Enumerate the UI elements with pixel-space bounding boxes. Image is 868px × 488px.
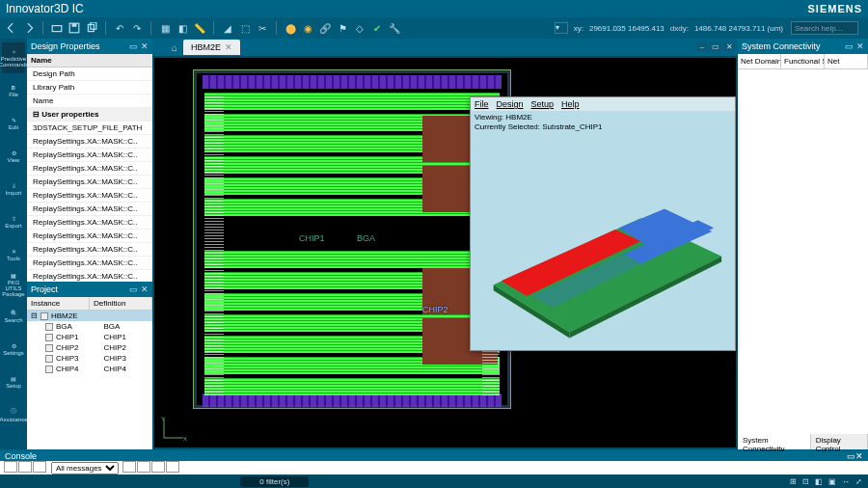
panel-close-icon[interactable]: ✕ <box>856 41 864 51</box>
help-search-input[interactable]: Search help... <box>791 21 858 35</box>
project-panel-header[interactable]: Project ▭✕ <box>27 282 152 297</box>
tool-tools[interactable]: ✕Tools <box>2 239 25 270</box>
3d-scene[interactable] <box>475 128 731 346</box>
design-properties-header[interactable]: Design Properties ▭✕ <box>27 39 152 54</box>
3d-viewer-window[interactable]: File Design Setup Help Viewing: HBM2E Cu… <box>470 96 736 351</box>
highlight-icon[interactable]: ⬤ <box>283 20 298 36</box>
prop-row[interactable]: Design Path <box>27 68 152 81</box>
status-icon-4[interactable]: ▣ <box>828 477 836 486</box>
panel-min-icon[interactable]: ▭ <box>845 41 854 51</box>
undo-icon[interactable]: ↶ <box>112 20 127 36</box>
tool-settings-tool[interactable]: ⚙Settings <box>2 334 25 365</box>
panel-close-icon[interactable]: ✕ <box>141 41 149 51</box>
tab-close-icon[interactable]: ✕ <box>225 42 232 52</box>
layout-canvas[interactable]: CHIP1 BGA CHIP2 CHIP3 YX File Design Set… <box>154 58 736 447</box>
ruler-icon[interactable]: 📏 <box>192 20 207 36</box>
prop-row[interactable]: ReplaySettings.XA::MASK::C.. <box>27 149 152 162</box>
open-icon[interactable] <box>49 20 65 36</box>
pin-icon[interactable]: ◉ <box>300 20 315 36</box>
col-instance[interactable]: Instance <box>27 297 90 310</box>
status-filter[interactable]: 0 filter(s) <box>240 476 309 487</box>
console-btn-6[interactable] <box>151 461 165 473</box>
menu-setup[interactable]: Setup <box>531 99 555 109</box>
tab-sys-conn[interactable]: System Connectivity <box>738 434 811 449</box>
tag-icon[interactable]: ◇ <box>352 20 367 36</box>
window-close-icon[interactable]: ✕ <box>723 41 735 51</box>
filter-func-signal[interactable]: Functional Signal▾ <box>781 54 825 68</box>
prop-row[interactable]: ⊟ User properties <box>27 108 152 122</box>
console-filter-select[interactable]: All messages <box>51 462 119 474</box>
prop-row[interactable]: ReplaySettings.XA::MASK::C.. <box>27 189 152 203</box>
layer-icon[interactable]: ◧ <box>175 20 190 36</box>
prop-row[interactable]: Name <box>27 95 152 108</box>
status-icon-3[interactable]: ◧ <box>815 477 823 486</box>
wrench-icon[interactable]: 🔧 <box>387 20 402 36</box>
status-icon-5[interactable]: ↔ <box>842 477 850 486</box>
panel-min-icon[interactable]: ▭ <box>847 451 855 461</box>
menu-file[interactable]: File <box>475 99 489 109</box>
home-icon[interactable]: ⌂ <box>172 42 177 53</box>
flag-icon[interactable]: ⚑ <box>335 20 350 36</box>
tree-item[interactable]: CHIP4CHIP4 <box>27 364 152 374</box>
prop-row[interactable]: ReplaySettings.XA::MASK::C.. <box>27 176 152 189</box>
tool-predictive-commands[interactable]: ✧PredictiveCommands <box>2 42 25 73</box>
measure-icon[interactable]: ◢ <box>220 20 235 36</box>
filter-net-domain[interactable]: Net Domain▾ <box>738 54 781 68</box>
prop-row[interactable]: ReplaySettings.XA::MASK::C.. <box>27 135 152 149</box>
prop-row[interactable]: ReplaySettings.XA::MASK::C.. <box>27 230 152 243</box>
console-btn-1[interactable] <box>4 461 17 473</box>
tab-display-control[interactable]: Display Control <box>811 434 868 449</box>
filter-net[interactable]: Net <box>825 54 868 68</box>
sys-conn-body[interactable] <box>738 69 868 434</box>
tree-item[interactable]: CHIP1CHIP1 <box>27 332 152 342</box>
tool-view[interactable]: ⚙View <box>2 141 25 172</box>
tool-edit[interactable]: ✎Edit <box>2 108 25 139</box>
panel-close-icon[interactable]: ✕ <box>141 285 149 294</box>
prop-row[interactable]: ReplaySettings.XA::MASK::C.. <box>27 216 152 230</box>
sys-conn-header[interactable]: System Connectivity ▭✕ <box>738 39 868 54</box>
tree-root[interactable]: ⊟HBM2E <box>27 311 152 321</box>
prop-row[interactable]: ReplaySettings.XA::MASK::C.. <box>27 162 152 176</box>
cut-icon[interactable]: ✂ <box>255 20 270 36</box>
menu-design[interactable]: Design <box>497 99 524 109</box>
prop-row[interactable]: ReplaySettings.XA::MASK::C.. <box>27 203 152 216</box>
coord-mode-dropdown[interactable]: ▾ <box>555 22 568 34</box>
tool-import[interactable]: ⇩Import <box>2 174 25 204</box>
prop-row[interactable]: ReplaySettings.XA::MASK::C.. <box>27 243 152 257</box>
redo-icon[interactable]: ↷ <box>129 20 145 36</box>
status-icon-2[interactable]: ⊡ <box>802 477 809 486</box>
window-max-icon[interactable]: ▭ <box>710 41 721 51</box>
console-btn-4[interactable] <box>122 461 136 473</box>
tool-export[interactable]: ⇧Export <box>2 206 25 237</box>
link-icon[interactable]: 🔗 <box>317 20 333 36</box>
prop-row[interactable]: Library Path <box>27 81 152 95</box>
panel-min-icon[interactable]: ▭ <box>129 285 138 294</box>
grid-icon[interactable]: ▦ <box>157 20 173 36</box>
prop-row[interactable]: ReplaySettings.XA::MASK::C.. <box>27 270 152 282</box>
tree-item[interactable]: CHIP3CHIP3 <box>27 353 152 364</box>
status-icon-1[interactable]: ⊞ <box>790 477 797 486</box>
tool-search-tool[interactable]: 🔍Search <box>2 301 25 332</box>
tree-item[interactable]: BGABGA <box>27 321 152 332</box>
check-icon[interactable]: ✔ <box>369 20 385 36</box>
nav-fwd-icon[interactable] <box>21 20 37 36</box>
tree-item[interactable]: CHIP2CHIP2 <box>27 342 152 353</box>
nav-back-icon[interactable] <box>4 20 19 36</box>
panel-close-icon[interactable]: ✕ <box>855 451 863 461</box>
tab-hbm2e[interactable]: HBM2E ✕ <box>183 40 240 55</box>
console-btn-3[interactable] <box>33 461 46 473</box>
col-definition[interactable]: Definition <box>90 297 152 310</box>
menu-help[interactable]: Help <box>561 99 580 109</box>
console-btn-5[interactable] <box>137 461 150 473</box>
console-btn-2[interactable] <box>18 461 32 473</box>
tool-assistance-tool[interactable]: ⓘAssistance <box>2 399 25 430</box>
tool-setup-tool[interactable]: ▤Setup <box>2 366 25 397</box>
prop-row[interactable]: ReplaySettings.XA::MASK::C.. <box>27 257 152 270</box>
prop-row[interactable]: 3DSTACK_SETUP_FILE_PATH <box>27 122 152 135</box>
window-min-icon[interactable]: – <box>696 41 708 51</box>
tool-file[interactable]: 🗎File <box>2 75 25 106</box>
status-icon-6[interactable]: ⤢ <box>855 477 862 486</box>
save-icon[interactable] <box>67 20 82 36</box>
select-icon[interactable]: ⬚ <box>237 20 253 36</box>
panel-min-icon[interactable]: ▭ <box>129 41 138 51</box>
